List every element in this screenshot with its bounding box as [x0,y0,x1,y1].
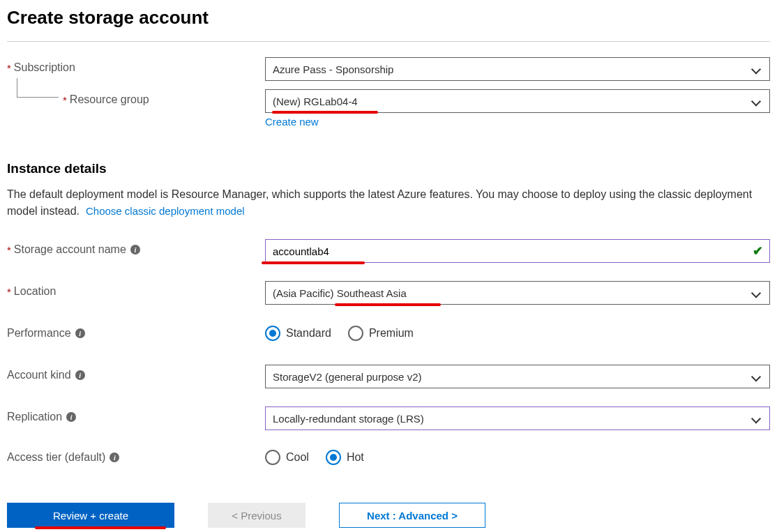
access-tier-radio-group: Cool Hot [265,447,767,465]
performance-row: Performance i Standard Premium [7,323,770,351]
radio-icon [348,326,363,341]
subscription-value: Azure Pass - Sponsorship [273,63,393,75]
replication-label: Replication [7,411,62,423]
subscription-row: * Subscription Azure Pass - Sponsorship [7,57,770,85]
location-value: (Asia Pacific) Southeast Asia [273,287,407,299]
info-icon[interactable]: i [110,453,119,462]
performance-standard-label: Standard [286,327,331,340]
account-kind-label-col: Account kind i [7,365,265,381]
required-asterisk: * [63,94,67,106]
info-icon[interactable]: i [75,370,85,380]
storage-account-name-row: * Storage account name i ✔ [7,239,770,267]
access-tier-hot-label: Hot [347,451,364,464]
resource-group-row: * Resource group (New) RGLab04-4 Create … [7,89,770,128]
previous-button[interactable]: < Previous [208,503,305,528]
page-title: Create storage account [7,7,770,29]
radio-icon [265,450,280,465]
annotation-redline [335,303,441,306]
location-label: Location [14,285,56,298]
account-kind-value: StorageV2 (general purpose v2) [273,371,421,383]
chevron-down-icon [753,287,760,299]
resource-group-value: (New) RGLab04-4 [273,96,358,107]
replication-dropdown[interactable]: Locally-redundant storage (LRS) [265,406,770,430]
required-asterisk: * [7,62,11,74]
next-button[interactable]: Next : Advanced > [339,503,485,528]
classic-deployment-link[interactable]: Choose classic deployment model [86,204,245,220]
button-bar: Review + create < Previous Next : Advanc… [7,503,770,528]
info-icon[interactable]: i [130,245,140,254]
access-tier-cool-radio[interactable]: Cool [265,450,309,465]
replication-label-col: Replication i [7,406,265,423]
replication-value: Locally-redundant storage (LRS) [273,413,424,425]
performance-standard-radio[interactable]: Standard [265,326,331,341]
access-tier-cool-label: Cool [286,451,309,464]
resource-group-label-col: * Resource group [63,89,265,106]
location-label-col: * Location [7,281,265,298]
divider [7,41,770,42]
subscription-label: Subscription [14,61,75,74]
account-kind-dropdown[interactable]: StorageV2 (general purpose v2) [265,365,770,388]
instance-details-description: The default deployment model is Resource… [7,186,770,220]
info-icon[interactable]: i [66,412,76,422]
instance-details-heading: Instance details [7,161,770,176]
access-tier-row: Access tier (default) i Cool Hot [7,447,770,475]
required-asterisk: * [7,244,11,256]
annotation-redline [272,111,378,114]
info-icon[interactable]: i [75,328,85,338]
performance-radio-group: Standard Premium [265,323,767,341]
access-tier-label-col: Access tier (default) i [7,447,265,464]
subscription-label-col: * Subscription [7,57,265,74]
performance-premium-label: Premium [369,327,414,340]
radio-icon [326,450,341,465]
replication-row: Replication i Locally-redundant storage … [7,406,770,434]
resource-group-dropdown[interactable]: (New) RGLab04-4 [265,89,770,113]
location-row: * Location (Asia Pacific) Southeast Asia [7,281,770,309]
required-asterisk: * [7,286,11,298]
annotation-redline [35,526,166,529]
checkmark-icon: ✔ [753,243,763,259]
review-create-button[interactable]: Review + create [7,503,174,528]
radio-icon [265,326,280,341]
access-tier-label: Access tier (default) [7,451,105,464]
resource-group-label: Resource group [70,93,149,106]
account-kind-row: Account kind i StorageV2 (general purpos… [7,365,770,393]
performance-premium-radio[interactable]: Premium [348,326,414,341]
storage-account-name-label-col: * Storage account name i [7,239,265,256]
subscription-dropdown[interactable]: Azure Pass - Sponsorship [265,57,770,81]
chevron-down-icon [753,96,760,107]
chevron-down-icon [753,63,760,75]
create-new-link[interactable]: Create new [265,116,319,128]
performance-label: Performance [7,327,71,340]
tree-line-icon [17,78,59,98]
chevron-down-icon [753,371,760,383]
storage-account-name-input[interactable] [265,239,770,263]
storage-account-name-label: Storage account name [14,243,126,256]
performance-label-col: Performance i [7,323,265,340]
annotation-redline [262,261,365,264]
location-dropdown[interactable]: (Asia Pacific) Southeast Asia [265,281,770,305]
access-tier-hot-radio[interactable]: Hot [326,450,364,465]
account-kind-label: Account kind [7,369,71,381]
chevron-down-icon [753,413,760,425]
